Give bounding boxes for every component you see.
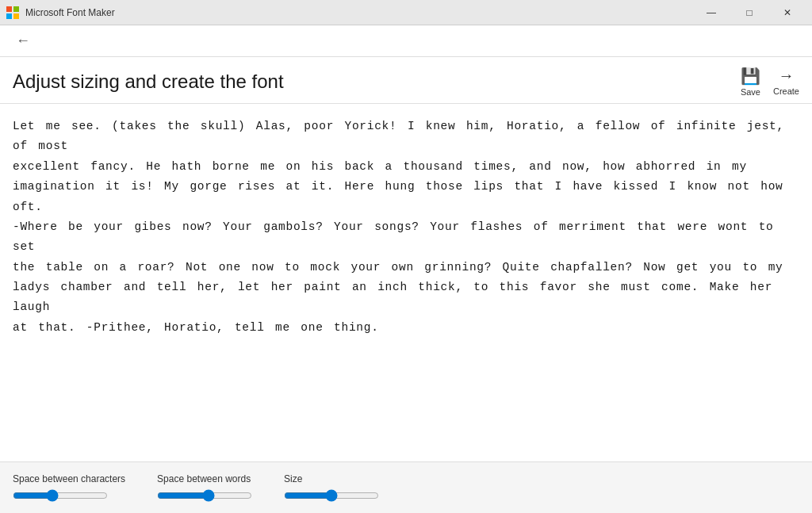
create-icon: → [778, 67, 794, 85]
svg-rect-0 [6, 6, 12, 12]
close-button[interactable]: ✕ [769, 0, 806, 25]
app-header: ← [0, 25, 812, 57]
maximize-button[interactable]: □ [731, 0, 768, 25]
main-content: Let me see. (takes the skull) Alas, poor… [0, 104, 812, 513]
title-bar: Microsoft Font Maker — □ ✕ [0, 0, 812, 25]
save-action[interactable]: 💾 Save [741, 67, 760, 97]
page-title: Adjust sizing and create the font [13, 71, 284, 93]
slider-characters[interactable] [13, 489, 108, 502]
slider-group-characters: Space between characters [13, 473, 125, 502]
slider-label-characters: Space between characters [13, 473, 125, 484]
slider-words[interactable] [157, 489, 252, 502]
slider-label-words: Space between words [157, 473, 252, 484]
create-action[interactable]: → Create [773, 67, 799, 97]
slider-area: Space between characters Space between w… [0, 461, 812, 513]
slider-size[interactable] [284, 489, 379, 502]
slider-group-words: Space between words [157, 473, 252, 502]
slider-group-size: Size [284, 473, 379, 502]
page-header: Adjust sizing and create the font 💾 Save… [0, 57, 812, 104]
save-icon: 💾 [741, 67, 760, 86]
create-label: Create [773, 86, 799, 96]
text-display: Let me see. (takes the skull) Alas, poor… [0, 104, 812, 461]
svg-rect-1 [13, 6, 19, 12]
minimize-button[interactable]: — [693, 0, 730, 25]
handwritten-text-content: Let me see. (takes the skull) Alas, poor… [13, 117, 799, 338]
svg-rect-2 [6, 13, 12, 19]
title-bar-app-name: Microsoft Font Maker [25, 7, 693, 18]
slider-label-size: Size [284, 473, 379, 484]
toolbar-actions: 💾 Save → Create [741, 67, 799, 97]
title-bar-controls: — □ ✕ [693, 0, 806, 25]
save-label: Save [741, 87, 760, 97]
app-icon [6, 6, 19, 19]
title-bar-icons [6, 6, 19, 19]
svg-rect-3 [13, 13, 19, 19]
back-button[interactable]: ← [10, 29, 36, 52]
